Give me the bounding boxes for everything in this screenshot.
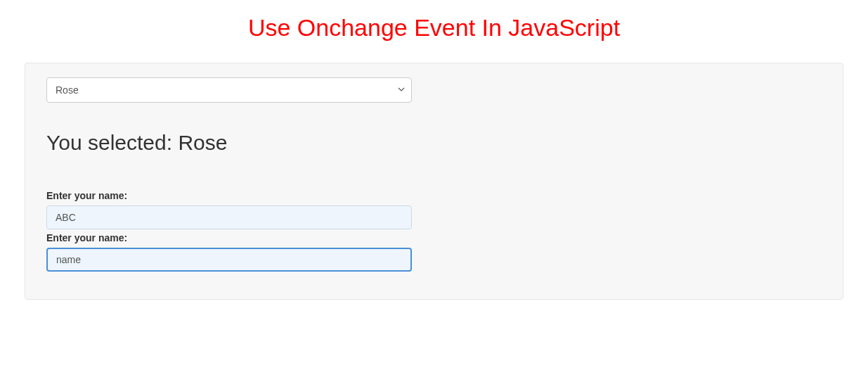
- result-value: Rose: [178, 131, 227, 154]
- flower-select[interactable]: Rose: [46, 77, 412, 103]
- page-title: Use Onchange Event In JavaScript: [25, 14, 843, 42]
- name-label-1: Enter your name:: [46, 190, 822, 201]
- form-group-1: Enter your name:: [46, 190, 822, 229]
- form-group-2: Enter your name:: [46, 232, 822, 272]
- name-label-2: Enter your name:: [46, 232, 822, 243]
- select-wrapper: Rose: [46, 77, 822, 103]
- result-prefix: You selected:: [46, 131, 178, 154]
- content-panel: Rose You selected: Rose Enter your name:…: [25, 63, 843, 300]
- name-input-2[interactable]: [46, 248, 412, 272]
- select-container: Rose: [46, 77, 412, 103]
- result-heading: You selected: Rose: [46, 131, 822, 155]
- name-input-1[interactable]: [46, 205, 412, 229]
